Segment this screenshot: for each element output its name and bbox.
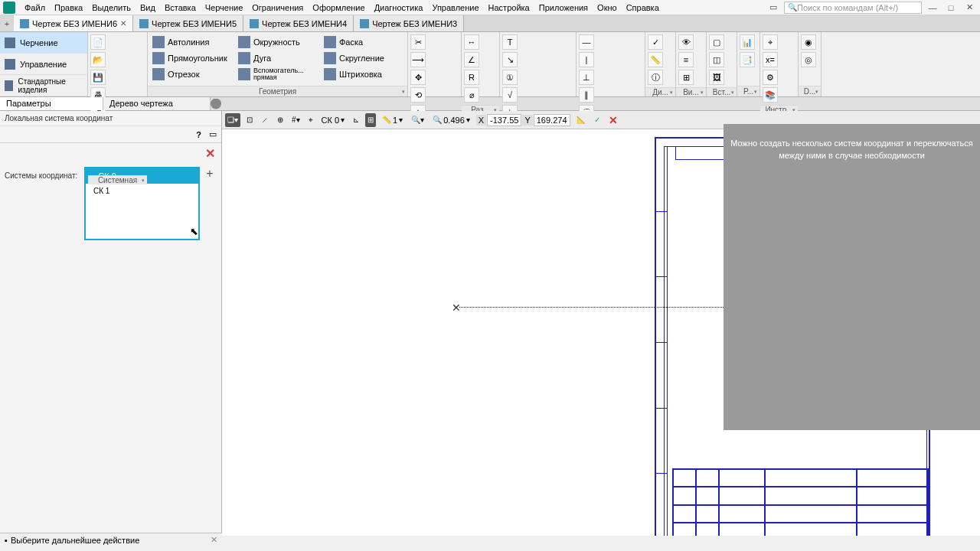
tool-autoline[interactable]: Автолиния bbox=[151, 34, 235, 50]
command-search[interactable]: 🔍 Поиск по командам (Alt+/) bbox=[784, 2, 922, 14]
menu-edit[interactable]: Правка bbox=[50, 2, 87, 14]
dim-radius-icon[interactable]: R bbox=[464, 70, 479, 85]
menu-constraints[interactable]: Ограничения bbox=[247, 2, 308, 14]
group-label[interactable]: Вст... bbox=[707, 87, 737, 96]
doc-tab-2[interactable]: Чертеж БЕЗ ИМЕНИ5 bbox=[133, 15, 243, 31]
accept-icon[interactable]: ✓ bbox=[592, 113, 603, 127]
tab-parameters[interactable]: Параметры bbox=[0, 97, 103, 110]
snap-toggle-icon[interactable]: ⊞ bbox=[365, 113, 376, 127]
status-close-icon[interactable]: ✕ bbox=[211, 535, 217, 545]
macro-icon[interactable]: ⚙ bbox=[763, 70, 778, 85]
measure-icon[interactable]: 📏 bbox=[648, 52, 663, 67]
balloon-icon[interactable]: ① bbox=[502, 70, 518, 85]
panel-close-icon[interactable]: ✕ bbox=[205, 147, 215, 160]
menu-format[interactable]: Оформление bbox=[308, 2, 369, 14]
new-tab-button[interactable]: + bbox=[0, 15, 14, 31]
new-file-icon[interactable]: 📄 bbox=[90, 34, 106, 50]
tool-hatch[interactable]: Штриховка bbox=[322, 66, 399, 82]
tool-auxline[interactable]: Вспомогатель... прямая bbox=[237, 66, 321, 82]
menu-manage[interactable]: Управление bbox=[427, 2, 483, 14]
menu-help[interactable]: Справка bbox=[622, 2, 664, 14]
snap-settings-icon[interactable]: 📐 bbox=[574, 113, 588, 127]
view-icon[interactable]: 👁 bbox=[678, 34, 694, 50]
scale-dropdown[interactable]: 📏 1 ▾ bbox=[380, 113, 405, 127]
y-value[interactable]: 169.274 bbox=[534, 114, 570, 126]
group-label[interactable]: D... bbox=[799, 86, 821, 96]
c-perp-icon[interactable]: ⊥ bbox=[579, 70, 594, 85]
ins-view-icon[interactable]: ▢ bbox=[709, 34, 724, 50]
dim-linear-icon[interactable]: ↔ bbox=[464, 34, 479, 50]
c-horiz-icon[interactable]: — bbox=[579, 34, 594, 50]
tab-close-icon[interactable]: ✕ bbox=[120, 19, 126, 28]
help-icon[interactable]: ? bbox=[196, 130, 201, 139]
zoom-fit-icon[interactable]: 🔍▾ bbox=[409, 113, 426, 127]
group-label-system[interactable]: Системная bbox=[88, 175, 147, 184]
rotate-icon[interactable]: ⟲ bbox=[410, 87, 426, 103]
snap-mid-icon[interactable]: ⟋ bbox=[259, 113, 271, 127]
c-vert-icon[interactable]: | bbox=[579, 52, 594, 67]
dim-diam-icon[interactable]: ⌀ bbox=[464, 87, 479, 103]
tool-arc[interactable]: Дуга bbox=[237, 50, 321, 66]
grid-toggle-icon[interactable]: #▾ bbox=[289, 113, 302, 127]
menu-view[interactable]: Вид bbox=[136, 2, 160, 14]
mode-drawing[interactable]: Черчение bbox=[0, 32, 87, 54]
info-icon[interactable]: ⓘ bbox=[648, 70, 663, 85]
cs-icon[interactable]: ⌖ bbox=[763, 34, 778, 50]
group-label[interactable]: Р... bbox=[737, 86, 760, 96]
menu-file[interactable]: Файл bbox=[20, 2, 50, 14]
group-label-geometry[interactable]: Геометрия bbox=[148, 86, 407, 96]
menu-draw[interactable]: Черчение bbox=[201, 2, 248, 14]
dim-angle-icon[interactable]: ∠ bbox=[464, 52, 479, 67]
add-coord-button[interactable]: + bbox=[203, 167, 217, 181]
layers-icon[interactable]: ≡ bbox=[678, 52, 694, 67]
var-icon[interactable]: x= bbox=[763, 52, 778, 67]
extend-icon[interactable]: ⟶ bbox=[410, 52, 426, 67]
tool-fillet[interactable]: Скругление bbox=[322, 50, 399, 66]
move-icon[interactable]: ✥ bbox=[410, 70, 426, 85]
doc-tab-3[interactable]: Чертеж БЕЗ ИМЕНИ4 bbox=[243, 15, 354, 31]
text-icon[interactable]: T bbox=[502, 34, 518, 50]
trim-icon[interactable]: ✂ bbox=[410, 34, 426, 50]
zoom-dropdown[interactable]: 🔍 0.496 ▾ bbox=[430, 113, 472, 127]
spec-icon[interactable]: 📑 bbox=[740, 52, 755, 67]
tool-circle[interactable]: Окружность bbox=[237, 34, 321, 50]
coord-item-1[interactable]: СК 1 bbox=[86, 184, 198, 198]
x-value[interactable]: -137.55 bbox=[487, 114, 521, 126]
cs-origin-icon[interactable]: ⌖ bbox=[306, 113, 315, 127]
grid-view-icon[interactable]: ⊞ bbox=[678, 70, 694, 85]
menu-diagnostics[interactable]: Диагностика bbox=[370, 2, 428, 14]
tool-segment[interactable]: Отрезок bbox=[151, 66, 235, 82]
ins-frag-icon[interactable]: ◫ bbox=[709, 52, 724, 67]
check-icon[interactable]: ✓ bbox=[648, 34, 663, 50]
mode-manage[interactable]: Управление bbox=[0, 54, 87, 75]
panel-menu-icon[interactable]: ▭ bbox=[209, 129, 217, 139]
d1-icon[interactable]: ◉ bbox=[801, 34, 816, 50]
report-icon[interactable]: 📊 bbox=[740, 34, 755, 50]
minimize-button[interactable]: — bbox=[925, 2, 940, 14]
d2-icon[interactable]: ◎ bbox=[801, 52, 816, 67]
doc-tab-4[interactable]: Чертеж БЕЗ ИМЕНИ3 bbox=[354, 15, 464, 31]
cancel-icon[interactable]: ✕ bbox=[606, 113, 620, 127]
tab-tree[interactable]: Дерево чертежа bbox=[103, 97, 211, 110]
group-label[interactable]: Ди... bbox=[645, 87, 675, 96]
lib-icon[interactable]: 📚 bbox=[763, 87, 778, 103]
tool-rectangle[interactable]: Прямоугольник bbox=[151, 50, 235, 66]
eraser-tool-icon[interactable]: ❏▾ bbox=[225, 113, 240, 127]
surface-icon[interactable]: √ bbox=[502, 87, 518, 103]
leader-icon[interactable]: ↘ bbox=[502, 52, 518, 67]
mode-standard-parts[interactable]: Стандартные изделия bbox=[0, 75, 87, 96]
menu-window[interactable]: Окно bbox=[593, 2, 622, 14]
close-button[interactable]: ✕ bbox=[962, 2, 977, 14]
tool-chamfer[interactable]: Фаска bbox=[322, 34, 399, 50]
menu-select[interactable]: Выделить bbox=[87, 2, 136, 14]
ins-img-icon[interactable]: 🖼 bbox=[709, 70, 724, 85]
cs-dropdown[interactable]: СК 0 ▾ bbox=[319, 113, 348, 127]
doc-tab-1[interactable]: Чертеж БЕЗ ИМЕНИ6✕ bbox=[14, 15, 133, 31]
c-parallel-icon[interactable]: ∥ bbox=[579, 87, 594, 103]
menu-insert[interactable]: Вставка bbox=[160, 2, 201, 14]
menu-apps[interactable]: Приложения bbox=[534, 2, 593, 14]
menu-settings[interactable]: Настройка bbox=[484, 2, 534, 14]
snap-center-icon[interactable]: ⊕ bbox=[275, 113, 286, 127]
layout-icon[interactable]: ▭ bbox=[766, 2, 781, 14]
maximize-button[interactable]: □ bbox=[943, 2, 959, 14]
